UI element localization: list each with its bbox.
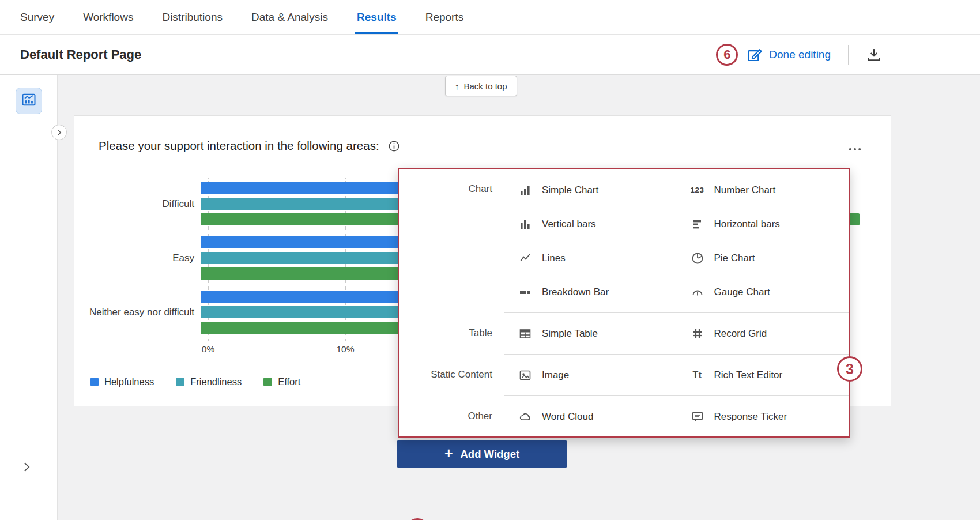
add-widget-label: Add Widget bbox=[461, 448, 520, 461]
tab-data-analysis[interactable]: Data & Analysis bbox=[251, 0, 328, 34]
menu-item-label: Record Grid bbox=[714, 328, 767, 340]
menu-item-label: Number Chart bbox=[714, 184, 776, 196]
category-label: Easy bbox=[81, 253, 201, 264]
menu-item-gauge-chart[interactable]: Gauge Chart bbox=[677, 275, 849, 309]
header-divider bbox=[848, 45, 849, 65]
menu-category-label: Chart bbox=[399, 169, 504, 312]
chart-legend: HelpfulnessFriendlinessEffort bbox=[90, 376, 300, 387]
simple-chart-icon bbox=[517, 183, 533, 198]
widget-options-menu-icon[interactable] bbox=[847, 141, 863, 160]
vertical-bars-icon bbox=[517, 217, 533, 232]
legend-swatch bbox=[263, 378, 272, 386]
category-label: Difficult bbox=[81, 198, 201, 210]
menu-item-label: Horizontal bars bbox=[714, 218, 780, 230]
menu-item-label: Breakdown Bar bbox=[542, 287, 609, 298]
legend-label: Friendliness bbox=[190, 376, 242, 387]
back-to-top-label: Back to top bbox=[464, 81, 507, 91]
sidebar-expand-chevron[interactable] bbox=[20, 460, 33, 476]
menu-item-label: Vertical bars bbox=[542, 218, 596, 230]
tab-results[interactable]: Results bbox=[357, 0, 397, 34]
lines-icon bbox=[517, 251, 533, 266]
menu-item-pie-chart[interactable]: Pie Chart bbox=[677, 241, 849, 275]
left-sidebar bbox=[0, 75, 58, 520]
add-widget-button[interactable]: + Add Widget bbox=[397, 440, 567, 468]
menu-item-vertical-bars[interactable]: Vertical bars bbox=[504, 207, 677, 241]
category-label: Neither easy nor difficult bbox=[81, 307, 201, 318]
report-pages-button[interactable] bbox=[16, 88, 42, 114]
menu-item-image[interactable]: Image bbox=[504, 358, 677, 392]
legend-item-friendliness[interactable]: Friendliness bbox=[176, 376, 242, 387]
menu-category-label: Other bbox=[399, 395, 504, 437]
menu-item-label: Word Cloud bbox=[542, 411, 593, 423]
plus-icon: + bbox=[444, 446, 453, 461]
report-canvas: ↑ Back to top Please your support intera… bbox=[0, 75, 980, 520]
report-header: Default Report Page 6 Done editing bbox=[0, 35, 980, 75]
image-icon bbox=[517, 368, 533, 383]
rich-text-icon: Tt bbox=[689, 368, 706, 383]
widget-menu-body: ChartSimple Chart123Number ChartVertical… bbox=[399, 169, 849, 436]
x-tick-label: 0% bbox=[191, 344, 225, 355]
top-nav-tabs: SurveyWorkflowsDistributionsData & Analy… bbox=[0, 0, 980, 35]
menu-item-label: Gauge Chart bbox=[714, 287, 770, 298]
menu-item-label: Rich Text Editor bbox=[714, 370, 783, 381]
widget-title: Please your support interaction in the f… bbox=[99, 139, 379, 153]
menu-item-label: Simple Chart bbox=[542, 184, 598, 196]
menu-item-label: Response Ticker bbox=[714, 411, 787, 423]
panel-toggle-button[interactable] bbox=[51, 125, 67, 140]
menu-section-static-content: Static ContentImageTtRich Text Editor bbox=[399, 354, 849, 395]
tab-reports[interactable]: Reports bbox=[425, 0, 464, 34]
page-title: Default Report Page bbox=[20, 47, 141, 62]
menu-item-word-cloud[interactable]: Word Cloud bbox=[504, 400, 677, 434]
info-icon[interactable] bbox=[387, 140, 401, 153]
done-editing-button[interactable]: Done editing bbox=[746, 46, 831, 63]
menu-item-number-chart[interactable]: 123Number Chart bbox=[677, 173, 849, 207]
menu-item-rich-text-editor[interactable]: TtRich Text Editor bbox=[677, 358, 849, 392]
tab-workflows[interactable]: Workflows bbox=[83, 0, 133, 34]
menu-item-label: Simple Table bbox=[542, 328, 598, 340]
menu-item-label: Lines bbox=[542, 253, 566, 264]
download-icon[interactable] bbox=[866, 47, 882, 63]
menu-item-simple-table[interactable]: Simple Table bbox=[504, 316, 677, 351]
menu-item-label: Pie Chart bbox=[714, 253, 755, 264]
response-ticker-icon bbox=[689, 409, 706, 424]
chart-page-icon bbox=[21, 92, 37, 110]
header-actions: 6 Done editing bbox=[716, 35, 882, 74]
number-chart-icon: 123 bbox=[689, 183, 706, 198]
legend-label: Helpfulness bbox=[104, 376, 154, 387]
menu-item-record-grid[interactable]: Record Grid bbox=[677, 316, 849, 351]
up-arrow-icon: ↑ bbox=[455, 81, 459, 91]
record-grid-icon bbox=[689, 326, 706, 341]
edit-pencil-icon bbox=[746, 46, 763, 63]
word-cloud-icon bbox=[517, 409, 533, 424]
menu-item-horizontal-bars[interactable]: Horizontal bars bbox=[677, 207, 849, 241]
menu-item-response-ticker[interactable]: Response Ticker bbox=[677, 400, 849, 434]
gauge-chart-icon bbox=[689, 285, 706, 300]
legend-item-helpfulness[interactable]: Helpfulness bbox=[90, 376, 154, 387]
menu-category-label: Static Content bbox=[399, 354, 504, 395]
tab-survey[interactable]: Survey bbox=[20, 0, 54, 34]
legend-label: Effort bbox=[278, 376, 300, 387]
add-widget-menu: ChartSimple Chart123Number ChartVertical… bbox=[398, 168, 850, 438]
horizontal-bars-icon bbox=[689, 217, 706, 232]
simple-table-icon bbox=[517, 326, 533, 341]
legend-swatch bbox=[90, 378, 99, 386]
menu-section-other: OtherWord CloudResponse Ticker bbox=[399, 395, 849, 437]
done-editing-label: Done editing bbox=[769, 48, 831, 61]
menu-item-lines[interactable]: Lines bbox=[504, 241, 677, 275]
legend-swatch bbox=[176, 378, 184, 386]
annotation-step-3: 3 bbox=[837, 356, 862, 382]
annotation-step-6: 6 bbox=[716, 44, 738, 66]
tab-distributions[interactable]: Distributions bbox=[162, 0, 223, 34]
menu-section-chart: ChartSimple Chart123Number ChartVertical… bbox=[399, 169, 849, 312]
back-to-top-button[interactable]: ↑ Back to top bbox=[445, 76, 517, 96]
menu-item-simple-chart[interactable]: Simple Chart bbox=[504, 173, 677, 207]
x-tick-label: 10% bbox=[328, 344, 363, 355]
menu-category-label: Table bbox=[399, 312, 504, 354]
menu-item-breakdown-bar[interactable]: Breakdown Bar bbox=[504, 275, 677, 309]
menu-section-table: TableSimple TableRecord Grid bbox=[399, 312, 849, 354]
legend-item-effort[interactable]: Effort bbox=[263, 376, 300, 387]
pie-chart-icon bbox=[689, 251, 706, 266]
menu-item-label: Image bbox=[542, 370, 569, 381]
breakdown-bar-icon bbox=[517, 285, 533, 300]
